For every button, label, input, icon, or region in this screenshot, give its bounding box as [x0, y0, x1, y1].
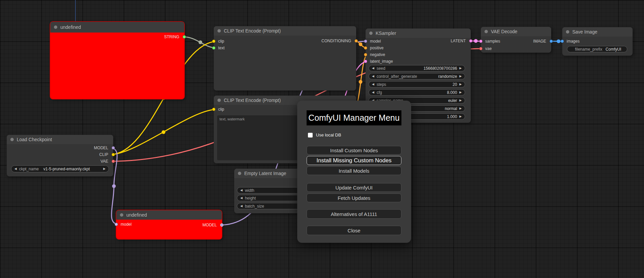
collapse-dot-icon[interactable] [120, 213, 123, 217]
collapse-dot-icon[interactable] [485, 30, 488, 33]
output-label: STRING [164, 35, 179, 39]
input-port-model[interactable] [115, 223, 118, 226]
output-port-image[interactable] [550, 40, 553, 43]
link-dot[interactable] [112, 184, 116, 188]
widget-value: 20 [453, 82, 457, 87]
input-port-negative[interactable] [364, 53, 367, 56]
node-title: Load Checkpoint [17, 137, 52, 142]
node-error-body [50, 33, 184, 99]
decrement-arrow-icon[interactable]: ◀ [14, 167, 17, 170]
update-comfyui-button[interactable]: Update ComfyUI [307, 183, 401, 192]
output-port-conditioning[interactable] [355, 39, 358, 43]
node-undefined-bottom[interactable]: undefined model MODEL [116, 210, 222, 239]
widget-cfg[interactable]: ◀ cfg 8.000 ▶ [369, 89, 465, 96]
collapse-dot-icon[interactable] [238, 172, 241, 175]
use-local-db-checkbox[interactable] [308, 133, 313, 137]
decrement-arrow-icon[interactable]: ◀ [372, 83, 374, 86]
close-button[interactable]: Close [307, 226, 401, 235]
install-models-button[interactable]: Install Models [307, 166, 401, 175]
collapse-dot-icon[interactable] [217, 29, 221, 33]
collapse-dot-icon[interactable] [10, 138, 14, 141]
widget-value: 8.000 [447, 90, 457, 95]
link-dot[interactable] [199, 41, 202, 44]
output-label: CLIP [99, 152, 108, 157]
decrement-arrow-icon[interactable]: ◀ [372, 91, 374, 94]
link-dot[interactable] [359, 43, 363, 46]
node-title: KSampler [376, 31, 396, 36]
decrement-arrow-icon[interactable]: ◀ [240, 205, 243, 208]
widget-control-after-generate[interactable]: ◀ control_after_generate randomize ▶ [369, 73, 465, 79]
node-title-bar[interactable]: CLIP Text Encode (Prompt) [214, 26, 356, 36]
link-dot[interactable] [557, 40, 561, 43]
increment-arrow-icon[interactable]: ▶ [459, 67, 462, 70]
increment-arrow-icon[interactable]: ▶ [103, 167, 106, 170]
node-save-image[interactable]: Save Image images filename_prefix ComfyU… [562, 27, 633, 56]
increment-arrow-icon[interactable]: ▶ [459, 107, 462, 110]
widget-value: normal [445, 106, 457, 111]
widget-label: filename_prefix [575, 47, 602, 52]
widget-seed[interactable]: ◀ seed 156680208700286 ▶ [369, 65, 465, 71]
comfyui-canvas[interactable]: { "dialog": { "title": "ComfyUI Manager … [0, 0, 644, 278]
input-port-vae[interactable] [479, 47, 482, 50]
output-port-clip[interactable] [112, 153, 115, 156]
link-dot[interactable] [359, 80, 363, 84]
node-title: undefined [60, 24, 81, 30]
increment-arrow-icon[interactable]: ▶ [459, 83, 462, 86]
input-port-images[interactable] [561, 40, 564, 43]
increment-arrow-icon[interactable]: ▶ [459, 99, 462, 102]
input-port-model[interactable] [364, 40, 367, 43]
input-label: text [218, 46, 224, 50]
input-port-samples[interactable] [479, 40, 482, 43]
output-port-model[interactable] [220, 223, 223, 227]
collapse-dot-icon[interactable] [54, 25, 57, 29]
node-load-checkpoint[interactable]: Load Checkpoint MODEL CLIP VAE ◀ ckpt_na… [7, 135, 113, 176]
output-port-latent[interactable] [469, 39, 472, 43]
node-undefined-top[interactable]: undefined STRING [50, 22, 184, 99]
collapse-dot-icon[interactable] [566, 30, 569, 34]
widget-steps[interactable]: ◀ steps 20 ▶ [369, 81, 465, 88]
widget-value: euler [448, 98, 457, 103]
decrement-arrow-icon[interactable]: ◀ [240, 189, 243, 192]
decrement-arrow-icon[interactable]: ◀ [372, 75, 374, 78]
install-missing-custom-nodes-button[interactable]: Install Missing Custom Nodes [307, 156, 401, 165]
dialog-title: ComfyUI Manager Menu [307, 110, 401, 125]
install-custom-nodes-button[interactable]: Install Custom Nodes [307, 146, 401, 155]
node-clip-text-encode-1[interactable]: CLIP Text Encode (Prompt) clip text COND… [214, 26, 356, 91]
widget-value: ComfyUI [605, 47, 621, 52]
collapse-dot-icon[interactable] [369, 32, 373, 35]
node-title-bar[interactable]: Save Image [562, 27, 633, 37]
input-label: latent_image [370, 59, 393, 64]
node-vae-decode[interactable]: VAE Decode samples vae IMAGE [481, 27, 551, 53]
output-port-model[interactable] [112, 146, 115, 150]
node-title-bar[interactable]: KSampler [366, 29, 471, 38]
node-title: undefined [126, 212, 147, 218]
widget-label: cfg [377, 90, 382, 95]
widget-ckpt-name[interactable]: ◀ ckpt_name v1-5-pruned-emaonly.ckpt ▶ [11, 165, 109, 172]
node-title-bar[interactable]: undefined [116, 210, 222, 220]
node-title-bar[interactable]: Load Checkpoint [7, 135, 113, 144]
input-label: negative [370, 52, 385, 57]
increment-arrow-icon[interactable]: ▶ [459, 115, 462, 118]
fetch-updates-button[interactable]: Fetch Updates [307, 193, 401, 202]
node-title-bar[interactable]: undefined [50, 22, 184, 33]
collapse-dot-icon[interactable] [217, 99, 221, 102]
increment-arrow-icon[interactable]: ▶ [459, 75, 462, 78]
input-label: clip [218, 39, 224, 44]
input-port-text[interactable] [212, 46, 215, 50]
link-dot[interactable] [474, 39, 478, 43]
alternatives-a1111-button[interactable]: Alternatives of A1111 [307, 209, 401, 219]
widget-filename-prefix[interactable]: filename_prefix ComfyUI [567, 46, 627, 52]
input-port-latent-image[interactable] [364, 60, 367, 63]
widget-label: steps [377, 82, 386, 87]
output-port-string[interactable] [183, 35, 186, 39]
input-label: images [567, 39, 580, 44]
link-dot[interactable] [162, 130, 166, 134]
decrement-arrow-icon[interactable]: ◀ [372, 67, 374, 70]
decrement-arrow-icon[interactable]: ◀ [240, 197, 243, 200]
output-port-vae[interactable] [112, 160, 115, 163]
input-port-positive[interactable] [364, 46, 367, 50]
node-title-bar[interactable]: VAE Decode [481, 27, 551, 36]
input-port-clip[interactable] [212, 108, 215, 111]
increment-arrow-icon[interactable]: ▶ [459, 91, 462, 94]
input-port-clip[interactable] [212, 40, 215, 43]
